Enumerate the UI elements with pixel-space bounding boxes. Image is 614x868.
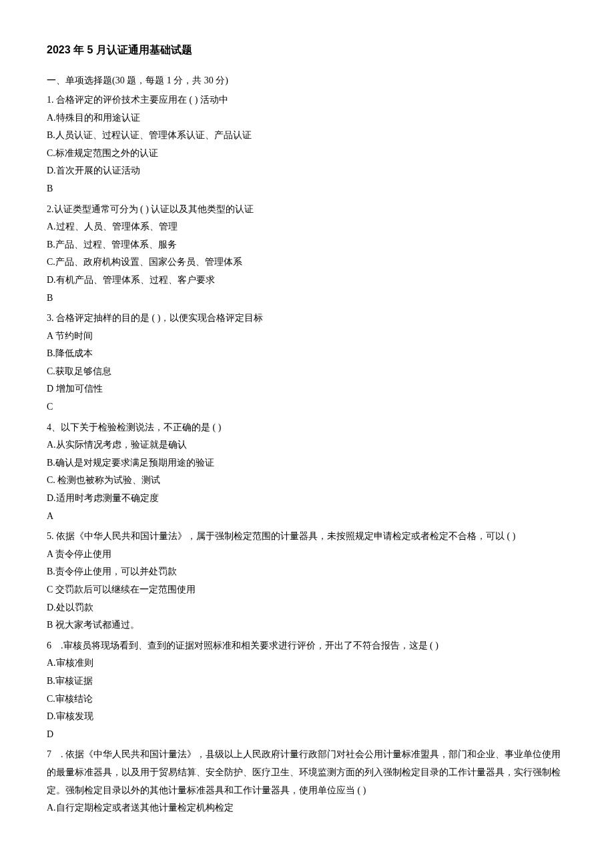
question-3: 3. 合格评定抽样的目的是 ( )，以便实现合格评定目标 A 节约时间 B.降低… xyxy=(47,310,567,416)
q1-option-d: D.首次开展的认证活动 xyxy=(47,162,567,180)
q1-option-a: A.特殊目的和用途认证 xyxy=(47,109,567,127)
q3-option-b: B.降低成本 xyxy=(47,345,567,363)
q3-stem: 3. 合格评定抽样的目的是 ( )，以便实现合格评定目标 xyxy=(47,310,567,328)
q6-stem: 6 .审核员将现场看到、查到的证据对照标准和相关要求进行评价，开出了不符合报告，… xyxy=(47,637,567,655)
question-7: 7 . 依据《中华人民共和国计量法》，县级以上人民政府计量行政部门对社会公用计量… xyxy=(47,746,567,817)
q4-option-b: B.确认是对规定要求满足预期用途的验证 xyxy=(47,454,567,472)
q7-option-a: A.自行定期检定或者送其他计量检定机构检定 xyxy=(47,799,567,817)
q4-option-d: D.适用时考虑测量不确定度 xyxy=(47,490,567,508)
q4-stem: 4、以下关于检验检测说法，不正确的是 ( ) xyxy=(47,419,567,437)
q3-option-d: D 增加可信性 xyxy=(47,380,567,398)
q2-option-c: C.产品、政府机构设置、国家公务员、管理体系 xyxy=(47,254,567,272)
q3-answer: C xyxy=(47,398,567,416)
q5-stem: 5. 依据《中华人民共和国计量法》，属于强制检定范围的计量器具，未按照规定申请检… xyxy=(47,528,567,546)
q6-option-a: A.审核准则 xyxy=(47,655,567,673)
q2-option-a: A.过程、人员、管理体系、管理 xyxy=(47,218,567,236)
q4-answer: A xyxy=(47,508,567,526)
q2-option-d: D.有机产品、管理体系、过程、客户要求 xyxy=(47,272,567,290)
q4-option-a: A.从实际情况考虑，验证就是确认 xyxy=(47,436,567,454)
q6-answer: D xyxy=(47,726,567,744)
q2-option-b: B.产品、过程、管理体系、服务 xyxy=(47,236,567,254)
q1-option-b: B.人员认证、过程认证、管理体系认证、产品认证 xyxy=(47,127,567,145)
q5-answer: B 祝大家考试都通过。 xyxy=(47,616,567,634)
q5-option-c: C 交罚款后可以继续在一定范围使用 xyxy=(47,581,567,599)
q5-option-a: A 责令停止使用 xyxy=(47,546,567,564)
q3-option-a: A 节约时间 xyxy=(47,328,567,346)
section-header: 一、单项选择题(30 题，每题 1 分，共 30 分) xyxy=(47,72,567,90)
q6-option-b: B.审核证据 xyxy=(47,673,567,691)
page-title: 2023 年 5 月认证通用基础试题 xyxy=(47,40,567,60)
q2-answer: B xyxy=(47,290,567,308)
q3-option-c: C.获取足够信息 xyxy=(47,363,567,381)
q7-stem: 7 . 依据《中华人民共和国计量法》，县级以上人民政府计量行政部门对社会公用计量… xyxy=(47,746,567,799)
question-4: 4、以下关于检验检测说法，不正确的是 ( ) A.从实际情况考虑，验证就是确认 … xyxy=(47,419,567,526)
q5-option-b: B.责令停止使用，可以并处罚款 xyxy=(47,563,567,581)
q2-stem: 2.认证类型通常可分为 ( ) 认证以及其他类型的认证 xyxy=(47,201,567,219)
question-6: 6 .审核员将现场看到、查到的证据对照标准和相关要求进行评价，开出了不符合报告，… xyxy=(47,637,567,744)
q5-option-d: D.处以罚款 xyxy=(47,599,567,617)
question-5: 5. 依据《中华人民共和国计量法》，属于强制检定范围的计量器具，未按照规定申请检… xyxy=(47,528,567,634)
q1-option-c: C.标准规定范围之外的认证 xyxy=(47,145,567,163)
q6-option-c: C.审核结论 xyxy=(47,691,567,709)
question-2: 2.认证类型通常可分为 ( ) 认证以及其他类型的认证 A.过程、人员、管理体系… xyxy=(47,201,567,308)
q1-stem: 1. 合格评定的评价技术主要应用在 ( ) 活动中 xyxy=(47,91,567,109)
q6-option-d: D.审核发现 xyxy=(47,708,567,726)
question-1: 1. 合格评定的评价技术主要应用在 ( ) 活动中 A.特殊目的和用途认证 B.… xyxy=(47,91,567,198)
q1-answer: B xyxy=(47,180,567,198)
q4-option-c: C. 检测也被称为试验、测试 xyxy=(47,472,567,490)
